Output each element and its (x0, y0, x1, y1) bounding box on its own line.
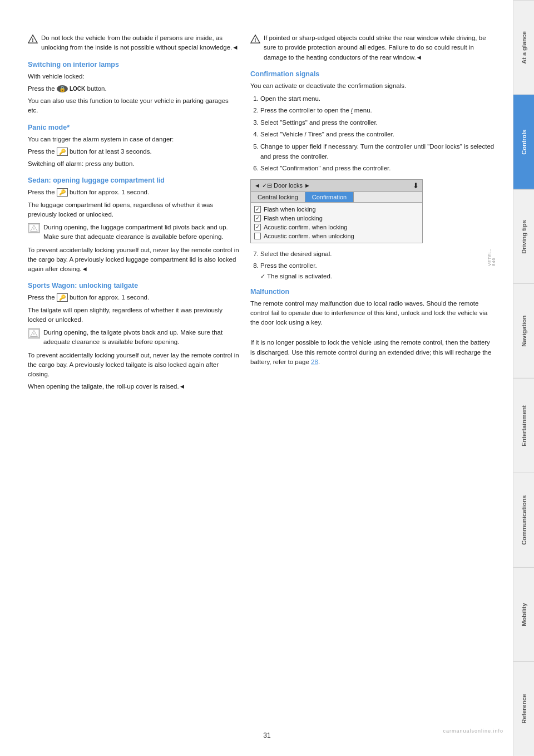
option-acoustic-locking: ✓ Acoustic confirm. when locking (254, 223, 419, 232)
sidebar-tab-communications[interactable]: Communications (513, 473, 534, 567)
step-result: The signal is activated. (260, 273, 496, 280)
option-label-4: Acoustic confirm. when unlocking (264, 233, 354, 239)
sidebar-tab-reference[interactable]: Reference (513, 661, 534, 756)
confirmation-steps-list: Open the start menu. Press the controlle… (250, 94, 496, 174)
malfunction-text-1: The remote control may malfunction due t… (250, 299, 496, 328)
left-column: ! Do not lock the vehicle from the outsi… (28, 33, 239, 734)
warning-box-1: ! Do not lock the vehicle from the outsi… (28, 33, 239, 53)
option-acoustic-unlocking: Acoustic confirm. when unlocking (254, 232, 419, 240)
watermark: carmanualsonline.info (443, 728, 503, 734)
warning-icon-1: ! (28, 34, 38, 44)
svg-text:!: ! (254, 37, 256, 43)
sidebar-tab-controls[interactable]: Controls (513, 95, 534, 189)
note-icon-2 (28, 328, 40, 338)
sidebar-tab-driving-tips[interactable]: Driving tips (513, 189, 534, 284)
sedan-note-box: During opening, the luggage compartment … (28, 223, 239, 242)
warning-text-2: If pointed or sharp-edged objects could … (264, 33, 496, 62)
malfunction-heading: Malfunction (250, 288, 496, 296)
step-6: Select "Confirmation" and press the cont… (260, 163, 496, 173)
option-flash-unlocking: ✓ Flash when unlocking (254, 214, 419, 223)
vetel-label: VETEL-846 (488, 249, 496, 266)
sports-note-box: During opening, the tailgate pivots back… (28, 328, 239, 347)
option-label-2: Flash when unlocking (264, 215, 323, 222)
checkbox-acoustic-locking[interactable]: ✓ (254, 224, 261, 230)
door-locks-scroll: ⬇ (413, 181, 419, 190)
sidebar: At a glance Controls Driving tips Naviga… (513, 0, 534, 756)
switching-text-1: With vehicle locked: (28, 72, 239, 81)
panic-text-2: Press the 🔑 button for at least 3 second… (28, 147, 239, 156)
sports-text-4: When opening the tailgate, the roll-up c… (28, 382, 239, 391)
option-label-3: Acoustic confirm. when locking (264, 224, 347, 230)
panic-heading: Panic mode* (28, 124, 239, 131)
tab-confirmation[interactable]: Confirmation (305, 192, 354, 202)
sedan-text-2: The luggage compartment lid opens, regar… (28, 200, 239, 220)
confirmation-heading: Confirmation signals (250, 70, 496, 78)
page-number-text: 31 (263, 732, 270, 739)
sidebar-tab-navigation[interactable]: Navigation (513, 283, 534, 378)
switching-text-3: You can also use this function to locate… (28, 96, 239, 116)
sidebar-tab-at-a-glance[interactable]: At a glance (513, 0, 534, 95)
step-4: Select "Vehicle / Tires" and press the c… (260, 129, 496, 139)
sedan-heading: Sedan: opening luggage compartment lid (28, 176, 239, 184)
checkbox-flash-unlocking[interactable]: ✓ (254, 215, 261, 222)
sports-heading: Sports Wagon: unlocking tailgate (28, 282, 239, 289)
step-3: Select "Settings" and press the controll… (260, 117, 496, 127)
door-locks-title: ◄ ✓⊟ Door locks ► (254, 182, 310, 189)
step-5: Change to upper field if necessary. Turn… (260, 141, 496, 162)
malfunction-text-2: If it is no longer possible to lock the … (250, 338, 496, 367)
door-locks-widget: ◄ ✓⊟ Door locks ► ⬇ Central locking Conf… (250, 179, 423, 243)
step-2: Press the controller to open the i menu. (260, 105, 496, 115)
warning-box-2: ! If pointed or sharp-edged objects coul… (250, 33, 496, 62)
sidebar-tab-mobility[interactable]: Mobility (513, 567, 534, 662)
sidebar-tab-entertainment[interactable]: Entertainment (513, 378, 534, 473)
option-flash-locking: ✓ Flash when locking (254, 205, 419, 214)
switching-text-2: Press the 🔒 LOCK button. (28, 84, 239, 94)
step-7: Select the desired signal. (260, 249, 496, 259)
door-locks-header: ◄ ✓⊟ Door locks ► ⬇ (251, 180, 422, 192)
panic-text-1: You can trigger the alarm system in case… (28, 135, 239, 144)
switching-heading: Switching on interior lamps (28, 61, 239, 68)
door-locks-ui: ◄ ✓⊟ Door locks ► ⬇ Central locking Conf… (250, 179, 496, 243)
page-link-28[interactable]: 28 (311, 359, 318, 365)
checkbox-acoustic-unlocking[interactable] (254, 233, 261, 239)
svg-text:!: ! (32, 37, 33, 43)
door-locks-tabs: Central locking Confirmation (251, 192, 422, 203)
confirmation-intro: You can activate or deactivate the confi… (250, 81, 496, 91)
checkbox-flash-locking[interactable]: ✓ (254, 206, 261, 213)
right-column: ! If pointed or sharp-edged objects coul… (250, 33, 496, 734)
sedan-text-3: To prevent accidentally locking yourself… (28, 246, 239, 274)
steps-after-list: Select the desired signal. Press the con… (250, 249, 496, 271)
warning-icon-2: ! (250, 34, 260, 44)
sports-text-2: The tailgate will open slightly, regardl… (28, 306, 239, 325)
option-label-1: Flash when locking (264, 206, 316, 213)
panic-text-3: Switching off alarm: press any button. (28, 159, 239, 169)
note-icon-1 (28, 223, 40, 233)
page-number: 31 (263, 732, 270, 739)
sports-text-3: To prevent accidentally locking yourself… (28, 351, 239, 380)
sports-text-1: Press the 🔑 button for approx. 1 second. (28, 293, 239, 302)
sedan-note-text: During opening, the luggage compartment … (43, 223, 239, 242)
warning-text-1: Do not lock the vehicle from the outside… (41, 33, 239, 53)
sedan-text-1: Press the 🔑 button for approx. 1 second. (28, 188, 239, 197)
door-locks-options: ✓ Flash when locking ✓ Flash when unlock… (251, 203, 422, 243)
tab-central-locking[interactable]: Central locking (251, 192, 305, 202)
step-1: Open the start menu. (260, 94, 496, 104)
step-8: Press the controller. (260, 261, 496, 271)
sports-note-text: During opening, the tailgate pivots back… (43, 328, 239, 347)
